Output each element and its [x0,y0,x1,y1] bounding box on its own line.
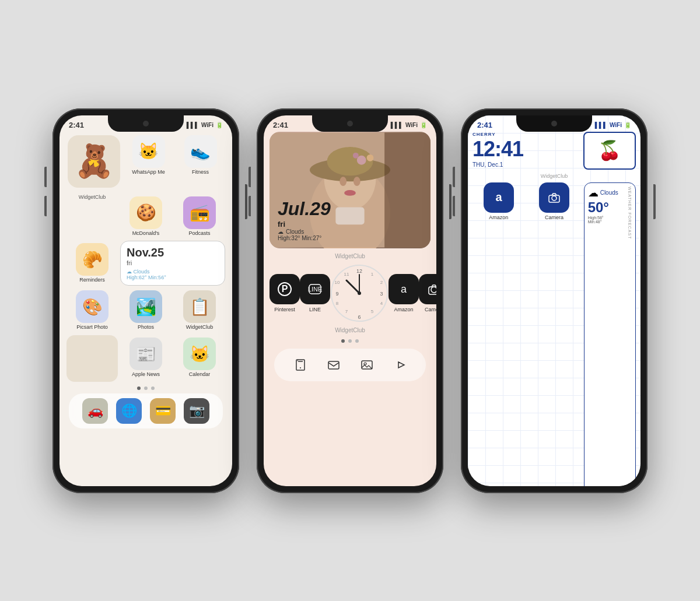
power-button-2 [449,184,452,219]
dock-car-icon[interactable]: 🚗 [82,398,108,424]
p1-app-photos[interactable]: 🏞️ Photos [120,288,172,333]
wifi-icon-3: WiFi [610,122,622,128]
p2-app-pinterest[interactable]: P Pinterest [270,274,300,312]
p1-app-mcdonalds[interactable]: 🍪 McDonald's [120,194,172,239]
p1-label-applenews: Apple News [132,372,160,378]
p1-large-widget [66,335,118,382]
svg-text:4: 4 [380,301,383,306]
svg-rect-13 [384,132,430,247]
p3-top-widget: CHERRY 12:41 THU, Dec.1 🍒 [473,132,636,170]
p1-dock: 🚗 🌐 💳 📷 [69,393,223,428]
p1-app-widgetclub-bear[interactable]: 🧸 [66,133,121,192]
amazon-icon-p3: a [484,182,514,213]
p2-widget-clock-label: WidgetClub [270,327,430,333]
camera-dot [143,121,149,126]
phone-2-background: 2:41 ▌▌▌ WiFi 🔋 [264,115,436,486]
phone-2-screen: 2:41 ▌▌▌ WiFi 🔋 [264,115,436,486]
p1-app-widgetclub2[interactable]: 📋 WidgetClub [174,288,225,333]
svg-point-43 [552,196,556,201]
whatsapp-icon: 🐱 [132,135,165,168]
cloud-icon-p3: ☁ [588,187,598,199]
notch-3 [516,115,592,132]
svg-rect-38 [328,361,339,369]
p2-date-sub: fri [278,220,331,229]
p3-temp: 50° [588,199,632,216]
svg-text:3: 3 [380,291,383,297]
notch-1 [108,115,184,132]
status-icons-1: ▌▌▌ WiFi 🔋 [187,122,223,128]
p1-label-reminders: Reminders [79,277,105,283]
p2-weather: ☁ Clouds [278,229,331,235]
svg-rect-36 [429,287,436,294]
p2-label-line: LINE [309,307,321,312]
battery-icon-2: 🔋 [420,122,427,128]
p2-app-line[interactable]: LINE LINE [300,274,330,312]
power-button [245,184,247,219]
status-icons-2: ▌▌▌ WiFi 🔋 [391,122,427,128]
status-time-1: 2:41 [69,121,84,129]
phone-3-screen: 2:41 ▌▌▌ WiFi 🔋 CHERRY 12:41 THU, Dec.1 [468,115,640,486]
p1-app-podcasts[interactable]: 📻 Podcasts [174,194,225,239]
p2-label-amazon: Amazon [394,307,413,312]
svg-text:a: a [495,191,502,203]
p2-highlow: High:32° Min:27° [278,235,331,241]
p3-app-amazon[interactable]: a Amazon [473,182,524,220]
dock-globe-icon[interactable]: 🌐 [116,398,142,424]
phone-1-screen: 2:41 ▌▌▌ WiFi 🔋 🧸 [60,115,232,486]
p2-widget-label-top: WidgetClub [270,253,430,259]
svg-text:8: 8 [336,301,339,306]
calendar-icon: 🐱 [183,338,216,370]
p2-dock-gallery[interactable] [355,353,379,377]
p1-app-picsart[interactable]: 🎨 Picsart Photo [66,288,118,333]
dock-camera-icon[interactable]: 📷 [184,398,209,424]
signal-icon-2: ▌▌▌ [391,122,403,128]
cloud-icon-p2: ☁ [278,229,284,235]
p1-app-fitness[interactable]: 👟 Fitness [176,133,225,192]
p1-app-applenews[interactable]: 📰 Apple News [120,335,172,382]
p2-dock-mail[interactable] [322,353,345,377]
status-time-2: 2:41 [273,121,288,129]
phone-1: 2:41 ▌▌▌ WiFi 🔋 🧸 [52,108,239,493]
phone-1-background: 2:41 ▌▌▌ WiFi 🔋 🧸 [60,115,232,486]
dot-3 [151,386,155,390]
p1-row4: 🎨 Picsart Photo 🏞️ Photos 📋 WidgetClub [66,288,225,333]
phone-3-background: 2:41 ▌▌▌ WiFi 🔋 CHERRY 12:41 THU, Dec.1 [468,115,640,486]
podcasts-icon: 📻 [183,196,216,229]
p2-dock-phone[interactable] [289,353,312,377]
svg-text:P: P [282,284,288,294]
p2-app-camera[interactable]: Camera [419,274,436,312]
p2-dot-2 [348,339,352,343]
status-icons-3: ▌▌▌ WiFi 🔋 [595,122,631,128]
p1-app-reminders[interactable]: 🥐 Reminders [66,241,118,286]
phone-1-content: 🧸 🐱 WhatsApp Me 👟 Fitness [60,115,232,486]
camera-dot-2 [347,121,353,126]
weather-forecast-label: WEATHER FORECAST [628,187,632,486]
p3-cherry-widget: 🍒 [583,132,636,170]
p2-dock-video[interactable] [388,353,412,377]
p2-label-pinterest: Pinterest [274,307,295,312]
p2-apps-row: P Pinterest LINE LINE [270,264,430,322]
battery-icon: 🔋 [216,122,223,128]
svg-text:11: 11 [344,272,349,277]
camera-icon-p2 [419,274,436,304]
cherry-title: CHERRY [473,132,580,137]
volume-up-button-3 [453,167,455,187]
phones-container: 2:41 ▌▌▌ WiFi 🔋 🧸 [52,108,648,493]
p3-apps-weather: a Amazon Camera WE [473,182,636,486]
p3-app-camera[interactable]: Camera [528,182,580,220]
p1-app-whatsapp[interactable]: 🐱 WhatsApp Me [124,133,173,192]
p2-app-amazon[interactable]: a Amazon [388,274,419,312]
dot-2 [144,386,148,390]
dot-1 [137,386,141,390]
p3-label-amazon: Amazon [489,215,508,220]
svg-point-35 [431,287,436,293]
p1-col-left: 🥐 Reminders [66,241,118,286]
phone-2: 2:41 ▌▌▌ WiFi 🔋 [257,108,443,493]
battery-icon-3: 🔋 [624,122,631,128]
dock-wallet-icon[interactable]: 💳 [150,398,176,424]
applenews-icon: 📰 [130,338,162,370]
phone-3-content: CHERRY 12:41 THU, Dec.1 🍒 WidgetClub [468,115,640,486]
p1-label-mcdonalds: McDonald's [132,231,160,237]
p1-label-podcasts: Podcasts [188,231,210,237]
p1-app-calendar[interactable]: 🐱 Calendar [174,335,225,382]
